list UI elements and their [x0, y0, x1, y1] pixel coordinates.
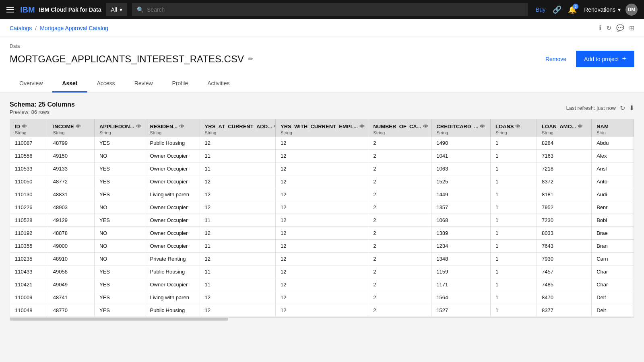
table-cell: 1	[490, 150, 537, 162]
table-cell: 12	[276, 265, 368, 278]
org-selector[interactable]: Renovations ▾	[581, 6, 624, 13]
table-cell: 8470	[537, 291, 592, 304]
table-cell: 12	[276, 214, 368, 227]
app-brand: IBM IBM Cloud Pak for Data	[20, 5, 101, 14]
search-input[interactable]	[147, 6, 523, 13]
table-cell: 7163	[537, 150, 592, 162]
chat-icon[interactable]: 💬	[616, 24, 624, 32]
table-cell: 7930	[537, 253, 592, 265]
table-cell: 8033	[537, 227, 592, 240]
breadcrumb-separator: /	[35, 25, 37, 31]
table-row: 11022648903NOOwner Occupier1212213571795…	[10, 201, 634, 214]
remove-button[interactable]: Remove	[541, 53, 571, 66]
page-title-row: MORTGAGE_APPLICANTS_INTEREST_RATES.CSV ✏…	[10, 51, 634, 72]
table-cell: 12	[200, 291, 275, 304]
eye-icon-id[interactable]: 👁	[22, 123, 27, 130]
table-cell: 1	[490, 162, 537, 175]
table-cell: 8377	[537, 304, 592, 317]
table-cell: 12	[200, 227, 275, 240]
table-cell: 12	[276, 227, 368, 240]
scrollbar-thumb[interactable]	[10, 318, 228, 321]
table-cell: 2	[368, 214, 431, 227]
eye-icon-applied[interactable]: 👁	[136, 123, 141, 130]
page-actions: Remove Add to project +	[541, 51, 634, 67]
eye-icon-yrs-empl[interactable]: 👁	[359, 123, 365, 130]
horizontal-scrollbar[interactable]	[10, 317, 634, 321]
table-cell: Owner Occupier	[145, 278, 200, 291]
table-cell: 110433	[10, 265, 48, 278]
table-refresh-icon[interactable]: ↻	[620, 104, 625, 112]
table-cell: 11	[200, 150, 275, 162]
breadcrumb-bar: Catalogs / Mortgage Approval Catalog ℹ ↻…	[0, 19, 644, 37]
tab-asset[interactable]: Asset	[52, 75, 87, 93]
table-cell: 49133	[48, 162, 94, 175]
eye-icon-creditcard[interactable]: 👁	[480, 123, 485, 130]
eye-icon-loans[interactable]: 👁	[515, 123, 520, 130]
table-cell: 48903	[48, 201, 94, 214]
eye-icon-residen[interactable]: 👁	[179, 123, 184, 130]
avatar[interactable]: DM	[625, 4, 638, 16]
table-cell: 1490	[431, 137, 491, 150]
table-cell: Living with paren	[145, 188, 200, 201]
table-cell: Alex	[592, 150, 634, 162]
search-bar[interactable]: 🔍	[132, 3, 528, 16]
hamburger-menu[interactable]	[6, 7, 14, 12]
table-cell: 8181	[537, 188, 592, 201]
breadcrumb-catalogs[interactable]: Catalogs	[10, 25, 32, 31]
eye-icon-income[interactable]: 👁	[76, 123, 81, 130]
help-icon[interactable]: ℹ	[599, 24, 601, 32]
refresh-icon[interactable]: ↻	[606, 24, 611, 32]
table-cell: Char	[592, 265, 634, 278]
tab-overview[interactable]: Overview	[10, 75, 52, 93]
chevron-down-icon: ▾	[120, 6, 122, 13]
table-row: 11052849129YESOwner Occupier111221068172…	[10, 214, 634, 227]
table-cell: 11	[200, 162, 275, 175]
eye-icon-yrs-addr[interactable]: 👁	[274, 123, 276, 130]
notification-button[interactable]: 🔔 2	[566, 3, 579, 16]
nav-right: Buy 🔗 🔔 2 Renovations ▾ DM	[533, 3, 638, 16]
table-cell: 1	[490, 175, 537, 188]
table-row: 11004848770YESPublic Housing121221527183…	[10, 304, 634, 317]
table-cell: 48878	[48, 227, 94, 240]
link-icon-button[interactable]: 🔗	[550, 3, 564, 16]
table-cell: 1348	[431, 253, 491, 265]
table-cell: 12	[276, 162, 368, 175]
eye-icon-numca[interactable]: 👁	[423, 123, 428, 130]
tab-access[interactable]: Access	[87, 75, 125, 93]
table-cell: 1	[490, 265, 537, 278]
table-cell: 110533	[10, 162, 48, 175]
table-cell: 1	[490, 253, 537, 265]
table-cell: 48799	[48, 137, 94, 150]
tab-activities[interactable]: Activities	[198, 75, 239, 93]
add-to-project-button[interactable]: Add to project +	[576, 51, 634, 67]
table-cell: 110050	[10, 175, 48, 188]
table-cell: 11	[200, 240, 275, 253]
eye-icon-loanamo[interactable]: 👁	[578, 123, 583, 130]
data-label: Data	[10, 43, 634, 49]
buy-button[interactable]: Buy	[533, 6, 549, 13]
table-cell: Public Housing	[145, 304, 200, 317]
table-cell: 7230	[537, 214, 592, 227]
breadcrumb-current[interactable]: Mortgage Approval Catalog	[40, 25, 108, 31]
table-cell: 49000	[48, 240, 94, 253]
data-table-container: ID 👁 String INCOME 👁 String	[10, 119, 634, 317]
table-cell: 1	[490, 188, 537, 201]
table-cell: 11	[200, 265, 275, 278]
table-cell: 7485	[537, 278, 592, 291]
grid-icon[interactable]: ⊞	[629, 24, 634, 32]
table-cell: 2	[368, 137, 431, 150]
table-cell: 48772	[48, 175, 94, 188]
table-cell: 12	[276, 188, 368, 201]
table-cell: Bobl	[592, 214, 634, 227]
all-dropdown[interactable]: All ▾	[106, 3, 127, 16]
table-cell: 12	[276, 240, 368, 253]
edit-icon[interactable]: ✏	[248, 55, 253, 63]
table-cell: YES	[94, 188, 145, 201]
tab-review[interactable]: Review	[125, 75, 163, 93]
download-icon[interactable]: ⬇	[629, 104, 634, 112]
table-cell: 1564	[431, 291, 491, 304]
tab-profile[interactable]: Profile	[163, 75, 198, 93]
table-cell: 1	[490, 304, 537, 317]
table-cell: 8372	[537, 175, 592, 188]
last-refresh-text: Last refresh: just now	[566, 105, 616, 111]
